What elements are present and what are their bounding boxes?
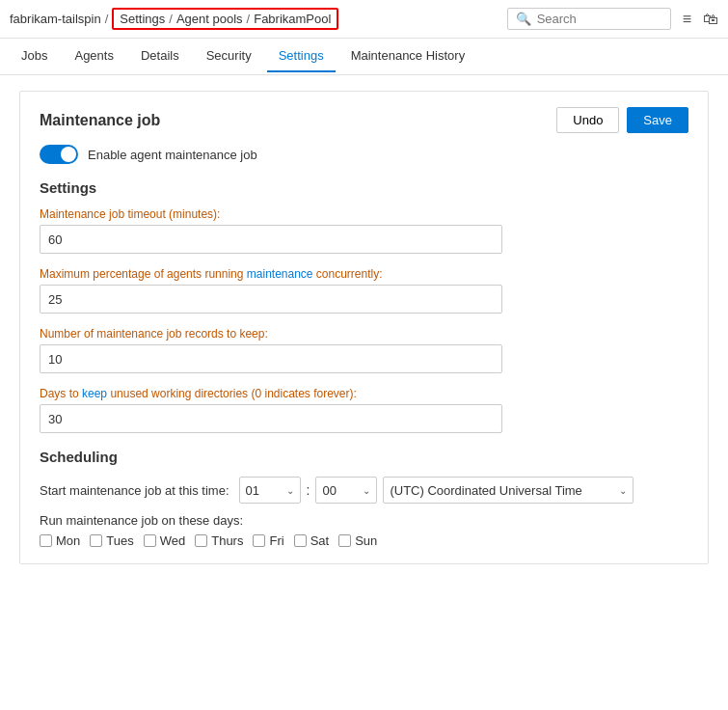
minute-value: 00 — [322, 483, 336, 498]
search-icon: 🔍 — [516, 12, 531, 26]
max-pct-label-suffix: concurrently: — [313, 267, 383, 281]
breadcrumb-highlighted: Settings / Agent pools / FabrikamPool — [112, 8, 338, 30]
card-header: Maintenance job Undo Save — [40, 107, 688, 133]
save-button[interactable]: Save — [627, 107, 688, 133]
max-pct-label-highlight: maintenance — [247, 267, 313, 281]
search-box[interactable]: 🔍 — [507, 8, 671, 30]
days-row: Mon Tues Wed Thurs Fri — [40, 533, 688, 548]
day-wed-label: Wed — [160, 533, 186, 548]
hour-select[interactable]: 01 ⌄ — [239, 477, 301, 504]
day-wed-checkbox[interactable] — [144, 534, 156, 547]
day-thurs: Thurs — [195, 533, 243, 548]
minute-select[interactable]: 00 ⌄ — [315, 477, 377, 504]
card-title: Maintenance job — [40, 112, 160, 129]
days-keep-prefix: Days to — [40, 387, 82, 400]
breadcrumb: fabrikam-tailspin / Settings / Agent poo… — [10, 8, 338, 30]
day-mon-label: Mon — [56, 533, 80, 548]
timeout-label: Maintenance job timeout (minutes): — [40, 207, 688, 221]
day-fri-label: Fri — [269, 533, 283, 548]
start-time-row: Start maintenance job at this time: 01 ⌄… — [40, 477, 688, 504]
field-max-percentage: Maximum percentage of agents running mai… — [40, 267, 688, 314]
colon-sep: : — [307, 482, 310, 498]
day-thurs-label: Thurs — [211, 533, 243, 548]
max-pct-label-prefix: Maximum percentage of agents running — [40, 267, 247, 281]
breadcrumb-sep1: / — [105, 12, 109, 26]
hour-value: 01 — [246, 483, 259, 498]
field-days-keep: Days to keep unused working directories … — [40, 387, 688, 433]
day-thurs-checkbox[interactable] — [195, 534, 207, 547]
days-keep-label: Days to keep unused working directories … — [40, 387, 688, 400]
bag-icon[interactable]: 🛍 — [703, 11, 718, 28]
tab-settings[interactable]: Settings — [267, 41, 336, 72]
days-keep-suffix: unused working directories (0 indicates … — [107, 387, 357, 400]
tab-details[interactable]: Details — [129, 41, 191, 72]
search-input[interactable] — [537, 12, 653, 26]
breadcrumb-sep3: / — [247, 12, 251, 26]
toggle-row: Enable agent maintenance job — [40, 145, 688, 164]
tab-security[interactable]: Security — [195, 41, 263, 72]
minute-chevron-icon: ⌄ — [363, 485, 370, 496]
top-bar-right: 🔍 ≡ 🛍 — [507, 8, 718, 30]
breadcrumb-pool[interactable]: FabrikamPool — [254, 12, 331, 26]
day-tues-checkbox[interactable] — [90, 534, 102, 547]
day-mon: Mon — [40, 533, 80, 548]
day-tues-label: Tues — [106, 533, 133, 548]
field-records-keep: Number of maintenance job records to kee… — [40, 327, 688, 373]
day-sun: Sun — [338, 533, 377, 548]
max-pct-label: Maximum percentage of agents running mai… — [40, 267, 688, 281]
toggle-track — [40, 145, 78, 164]
scheduling-title: Scheduling — [40, 449, 688, 465]
timezone-value: (UTC) Coordinated Universal Time — [390, 483, 581, 498]
day-tues: Tues — [90, 533, 133, 548]
day-sun-label: Sun — [355, 533, 377, 548]
records-keep-label: Number of maintenance job records to kee… — [40, 327, 688, 341]
settings-section-title: Settings — [40, 179, 688, 196]
max-pct-input[interactable] — [40, 285, 502, 314]
tab-agents[interactable]: Agents — [63, 41, 124, 72]
timezone-chevron-icon: ⌄ — [619, 485, 627, 496]
days-keep-input[interactable] — [40, 404, 502, 433]
tab-jobs[interactable]: Jobs — [10, 41, 59, 72]
hour-chevron-icon: ⌄ — [286, 485, 294, 496]
main-content: Maintenance job Undo Save Enable agent m… — [0, 75, 728, 580]
enable-toggle[interactable] — [40, 145, 78, 164]
start-time-label: Start maintenance job at this time: — [40, 483, 229, 498]
toggle-thumb — [61, 147, 76, 162]
settings-card: Maintenance job Undo Save Enable agent m… — [19, 91, 709, 564]
day-fri-checkbox[interactable] — [253, 534, 265, 547]
undo-button[interactable]: Undo — [556, 107, 619, 133]
day-mon-checkbox[interactable] — [40, 534, 52, 547]
tab-maintenance-history[interactable]: Maintenance History — [339, 41, 477, 72]
breadcrumb-agentpools[interactable]: Agent pools — [176, 12, 243, 26]
timeout-label-text: Maintenance job timeout (minutes): — [40, 207, 220, 221]
day-sun-checkbox[interactable] — [338, 534, 351, 547]
menu-icon[interactable]: ≡ — [683, 11, 691, 28]
breadcrumb-sep2: / — [169, 12, 173, 26]
records-keep-label-text: Number of maintenance job records to kee… — [40, 327, 268, 341]
records-keep-input[interactable] — [40, 344, 502, 373]
secondary-nav: Jobs Agents Details Security Settings Ma… — [0, 39, 728, 75]
top-bar: fabrikam-tailspin / Settings / Agent poo… — [0, 0, 728, 39]
breadcrumb-settings[interactable]: Settings — [120, 12, 165, 26]
btn-group: Undo Save — [556, 107, 688, 133]
timeout-input[interactable] — [40, 225, 502, 254]
days-label: Run maintenance job on these days: — [40, 513, 688, 528]
day-sat: Sat — [294, 533, 330, 548]
day-wed: Wed — [144, 533, 186, 548]
timezone-select[interactable]: (UTC) Coordinated Universal Time ⌄ — [383, 477, 634, 504]
day-fri: Fri — [253, 533, 283, 548]
field-timeout: Maintenance job timeout (minutes): — [40, 207, 688, 254]
days-keep-highlight: keep — [82, 387, 107, 400]
scheduling-section: Scheduling Start maintenance job at this… — [40, 449, 688, 548]
breadcrumb-home[interactable]: fabrikam-tailspin — [10, 12, 101, 26]
toggle-label: Enable agent maintenance job — [88, 148, 257, 162]
day-sat-label: Sat — [310, 533, 330, 548]
day-sat-checkbox[interactable] — [294, 534, 307, 547]
